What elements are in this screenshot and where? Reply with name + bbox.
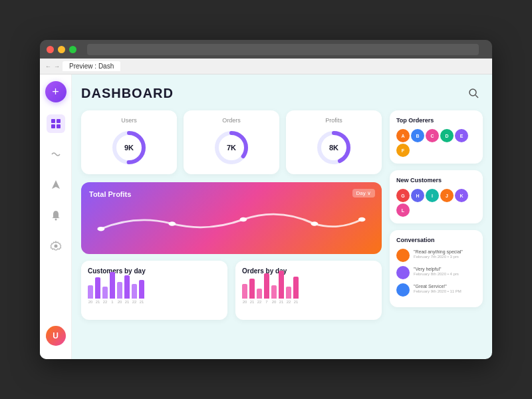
browser-window: ← → Preview : Dash +: [40, 40, 492, 359]
stat-label-users: Users: [121, 117, 137, 124]
add-button[interactable]: +: [45, 81, 66, 102]
avatar: H: [411, 189, 424, 202]
new-customers-title: New Customers: [396, 177, 476, 184]
bar: [257, 289, 262, 299]
conversation-avatar: [396, 266, 410, 279]
bar-label: 20: [118, 300, 122, 304]
sidebar-item-analytics[interactable]: [47, 145, 65, 164]
avatar: J: [440, 189, 454, 202]
conversation-list: "Read anything special"February 7th 2020…: [396, 249, 476, 297]
right-panel: Top Orderers ABCDEF New Customers GHIJKL…: [390, 110, 483, 320]
bar: [132, 284, 137, 299]
avatar: G: [396, 189, 410, 202]
top-orderers-card: Top Orderers ABCDEF: [390, 110, 483, 164]
svg-point-14: [97, 227, 104, 231]
donut-profits: 8K: [314, 128, 354, 168]
orders-by-day-card: Orders by day 202122720212221: [235, 261, 382, 320]
bar: [271, 285, 277, 299]
svg-point-16: [239, 217, 247, 222]
search-button[interactable]: [464, 84, 483, 102]
conversation-message: "Very helpful": [414, 266, 459, 272]
bar-item: 22: [102, 287, 108, 304]
svg-rect-2: [51, 124, 55, 128]
bar-label: 21: [96, 300, 100, 304]
conversation-message: "Read anything special": [414, 249, 463, 255]
new-customers-card: New Customers GHIJKL: [390, 170, 483, 223]
page-title: DASHBOARD: [81, 86, 174, 101]
bar-label: 21: [250, 300, 255, 304]
bar-label: 21: [294, 300, 299, 304]
avatar: L: [396, 203, 410, 217]
bar-label: 22: [257, 300, 262, 304]
svg-rect-1: [57, 119, 61, 123]
line-chart: [89, 203, 374, 243]
conversation-text: "Great Service!"February 9th 2020 • 11 P…: [414, 283, 462, 293]
bar-label: 22: [132, 300, 137, 304]
conversation-text: "Very helpful"February 8th 2020 • 4 pm: [414, 266, 459, 276]
bar-item: 21: [95, 277, 100, 304]
bar-label: 7: [265, 300, 267, 304]
conversation-title: Conversation: [396, 237, 476, 243]
sidebar-item-settings[interactable]: [47, 237, 65, 255]
conversation-message: "Great Service!": [414, 283, 462, 289]
conversation-card: Conversation "Read anything special"Febr…: [390, 230, 483, 307]
conversation-item: "Very helpful"February 8th 2020 • 4 pm: [396, 266, 476, 279]
svg-line-7: [475, 95, 478, 98]
svg-point-6: [469, 89, 476, 96]
stat-card-profits: Profits 8K: [286, 110, 382, 174]
conversation-item: "Read anything special"February 7th 2020…: [396, 249, 476, 262]
bar-label: 1: [111, 300, 113, 304]
bar-item: 1: [110, 272, 115, 304]
bar-item: 21: [249, 279, 255, 304]
address-bar[interactable]: [87, 44, 479, 55]
conversation-text: "Read anything special"February 7th 2020…: [414, 249, 463, 259]
bar: [117, 282, 122, 299]
avatar: B: [411, 129, 424, 142]
bar-label: 21: [279, 300, 284, 304]
chart-period-button[interactable]: Day ∨: [352, 189, 375, 198]
avatar[interactable]: U: [46, 326, 66, 346]
bar-item: 21: [279, 271, 284, 304]
avatar: E: [455, 129, 468, 142]
conversation-time: February 7th 2020 • 3 pm: [414, 255, 463, 259]
bar-label: 21: [140, 300, 144, 304]
bar: [279, 271, 284, 299]
total-profits-card: Total Profits Day ∨: [81, 182, 382, 254]
conversation-avatar: [396, 249, 410, 262]
bar-item: 22: [132, 284, 137, 304]
sidebar: +: [40, 74, 72, 359]
customers-by-day-card: Customers by day 202122120212221: [81, 261, 227, 320]
stat-card-users: Users 9K: [81, 110, 177, 174]
customers-by-day-title: Customers by day: [88, 267, 221, 275]
sidebar-item-navigation[interactable]: [47, 176, 65, 194]
conversation-item: "Great Service!"February 9th 2020 • 11 P…: [396, 283, 476, 297]
bar: [110, 272, 115, 299]
bar-item: 21: [293, 277, 299, 304]
sidebar-item-notifications[interactable]: [47, 206, 65, 225]
avatar: A: [396, 129, 410, 142]
orders-bar-chart: 202122720212221: [242, 280, 375, 313]
stat-label-orders: Orders: [222, 117, 241, 124]
orders-by-day-title: Orders by day: [242, 267, 375, 275]
browser-toolbar: ← → Preview : Dash: [40, 59, 492, 74]
browser-tab[interactable]: Preview : Dash: [63, 61, 120, 71]
main-content: DASHBOARD Users: [72, 74, 492, 359]
minimize-button[interactable]: [58, 46, 65, 53]
donut-orders: 7K: [211, 128, 251, 168]
close-button[interactable]: [47, 46, 54, 53]
page-header: DASHBOARD: [81, 84, 483, 102]
new-customers-avatars: GHIJKL: [396, 189, 476, 217]
top-orderers-title: Top Orderers: [396, 117, 476, 124]
stats-row: Users 9K Orders: [81, 110, 382, 174]
conversation-avatar: [396, 283, 410, 297]
stat-value-users: 9K: [124, 144, 134, 152]
maximize-button[interactable]: [69, 46, 76, 53]
avatar: K: [455, 189, 468, 202]
bar-label: 21: [125, 300, 130, 304]
sidebar-item-dashboard[interactable]: [47, 114, 65, 133]
bar-item: 21: [124, 275, 130, 304]
stat-card-orders: Orders 7K: [184, 110, 279, 174]
bar: [95, 277, 100, 299]
bar-item: 20: [88, 285, 93, 304]
conversation-time: February 9th 2020 • 11 PM: [414, 289, 462, 293]
